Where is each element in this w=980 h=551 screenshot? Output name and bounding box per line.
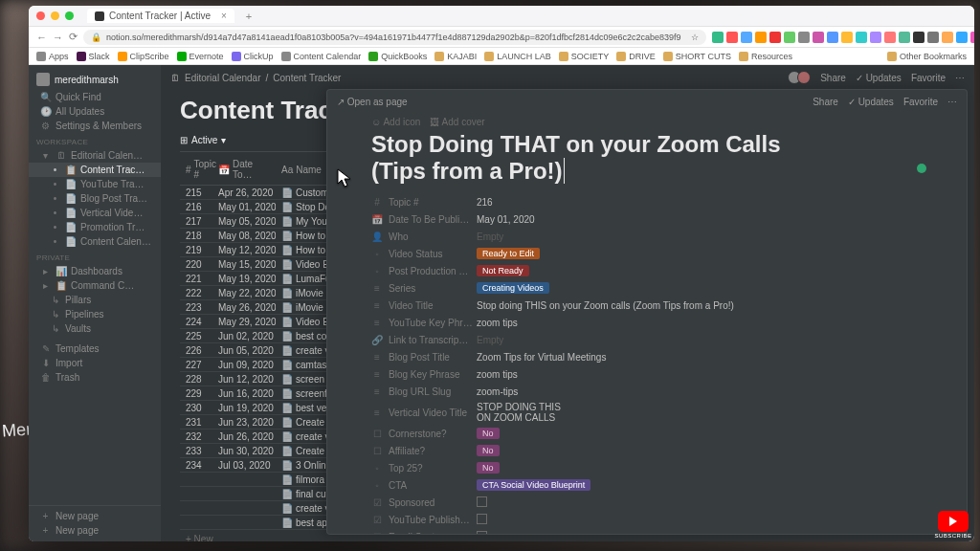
add-icon-button[interactable]: ☺ Add icon — [371, 117, 420, 127]
property-value[interactable]: zoom tips — [477, 369, 923, 380]
share-button[interactable]: Share — [813, 97, 838, 107]
property-value[interactable]: No — [477, 428, 923, 439]
view-tab-active[interactable]: ⊞Active▾ — [180, 135, 226, 145]
traffic-lights[interactable] — [36, 11, 74, 20]
property-row[interactable]: ◦Video StatusReady to Edit — [371, 245, 923, 262]
bookmark-item[interactable]: QuickBooks — [368, 52, 427, 61]
checkbox[interactable] — [477, 514, 487, 524]
youtube-subscribe-overlay[interactable]: SUBSCRIBE — [932, 511, 974, 545]
property-row[interactable]: 👤WhoEmpty — [371, 228, 923, 245]
column-header[interactable]: #Topic # — [180, 157, 212, 182]
property-row[interactable]: ≡Blog URL Slugzoom-tips — [371, 383, 923, 400]
breadcrumb[interactable]: Editorial Calendar — [185, 73, 261, 83]
property-value[interactable]: Empty — [477, 335, 923, 345]
bookmark-item[interactable]: Content Calendar — [281, 52, 362, 61]
sidebar-item-content-tracker[interactable]: •📋Content Trac… — [29, 163, 161, 177]
property-value[interactable]: Not Ready — [477, 265, 923, 276]
checkbox[interactable] — [477, 496, 487, 507]
property-value[interactable] — [477, 514, 923, 526]
updates-button[interactable]: ✓ Updates — [856, 73, 902, 83]
add-cover-button[interactable]: 🖼 Add cover — [430, 117, 484, 127]
property-value[interactable] — [477, 531, 923, 534]
extension-icons[interactable] — [712, 32, 974, 43]
bookmark-folder[interactable]: SOCIETY — [559, 52, 610, 61]
favorite-button[interactable]: Favorite — [911, 73, 946, 83]
workspace-switcher[interactable]: meredithmarsh — [29, 69, 161, 90]
sidebar-item[interactable]: •📄YouTube Tra… — [29, 177, 161, 191]
property-value[interactable]: zoom-tips — [477, 386, 923, 397]
minimize-icon[interactable] — [51, 11, 59, 20]
sidebar-item[interactable]: •📄Vertical Vide… — [29, 206, 161, 220]
property-value[interactable]: 216 — [477, 197, 923, 208]
browser-tab[interactable]: Content Tracker | Active × — [87, 9, 234, 23]
property-row[interactable]: ◦Top 25?No — [371, 459, 923, 476]
property-value[interactable]: zoom tips — [477, 318, 923, 328]
bookmark-item[interactable]: Slack — [77, 52, 110, 61]
bookmark-item[interactable]: Evernote — [177, 52, 224, 61]
property-row[interactable]: ≡SeriesCreating Videos — [371, 279, 923, 297]
sidebar-item[interactable]: ↳Pipelines — [29, 307, 161, 321]
close-tab-icon[interactable]: × — [221, 11, 227, 21]
property-row[interactable]: 📅Date To Be Publi…May 01, 2020 — [371, 210, 923, 228]
presence-avatars[interactable] — [791, 71, 811, 84]
reload-button[interactable]: ⟳ — [69, 31, 78, 44]
bookmark-folder[interactable]: DRIVE — [616, 52, 656, 61]
other-bookmarks[interactable]: Other Bookmarks — [887, 52, 967, 61]
updates-button[interactable]: ✓ Updates — [848, 97, 894, 107]
property-row[interactable]: ◦Post Production …Not Ready — [371, 262, 923, 279]
sidebar-all-updates[interactable]: 🕑All Updates — [29, 104, 161, 119]
forward-button[interactable]: → — [53, 31, 63, 44]
more-icon[interactable]: ⋯ — [947, 97, 957, 107]
maximize-icon[interactable] — [65, 11, 74, 20]
sidebar-templates[interactable]: ✎Templates — [29, 342, 161, 356]
sidebar-quick-find[interactable]: 🔍Quick Find — [29, 90, 161, 104]
property-row[interactable]: ☐Cornerstone?No — [371, 425, 923, 442]
chevron-down-icon[interactable]: ▾ — [40, 150, 51, 161]
property-value[interactable]: No — [477, 462, 923, 474]
bookmark-folder[interactable]: KAJABI — [434, 52, 477, 61]
apps-button[interactable]: Apps — [36, 52, 69, 61]
property-value[interactable]: Creating Videos — [477, 282, 923, 294]
property-value[interactable]: Stop doing THIS on your Zoom calls (Zoom… — [477, 300, 923, 311]
address-bar[interactable]: 🔒 notion.so/meredithmarsh/d914a7d47a8141… — [83, 30, 706, 45]
open-as-page-button[interactable]: ↗ Open as page — [337, 97, 408, 107]
property-row[interactable]: ☑YouTube Publish… — [371, 511, 923, 528]
property-value[interactable]: Empty — [477, 231, 923, 242]
bookmark-folder[interactable]: Resources — [739, 52, 792, 61]
property-row[interactable]: ≡YouTube Key Phr…zoom tips — [371, 314, 923, 331]
star-icon[interactable]: ☆ — [691, 33, 699, 42]
property-row[interactable]: 🔗Link to Transcrip…Empty — [371, 331, 923, 348]
property-value[interactable]: STOP DOING THISON ZOOM CALLS — [477, 402, 923, 423]
property-row[interactable]: ☑Sponsored — [371, 494, 923, 511]
chevron-down-icon[interactable]: ▾ — [221, 135, 226, 145]
bookmark-item[interactable]: ClipScribe — [118, 52, 169, 61]
sidebar-item-dashboards[interactable]: ▸📊Dashboards — [29, 264, 161, 278]
property-value[interactable]: Zoom Tips for Virtual Meetings — [477, 352, 923, 363]
sidebar-item[interactable]: ▸📋Command C… — [29, 278, 161, 293]
property-row[interactable]: ≡Blog Key Phrasezoom tips — [371, 365, 923, 383]
bookmark-folder[interactable]: LAUNCH LAB — [484, 52, 551, 61]
checkbox[interactable] — [477, 531, 487, 534]
property-row[interactable]: ≡Blog Post TitleZoom Tips for Virtual Me… — [371, 348, 923, 365]
property-row[interactable]: ◦CTACTA Social Video Blueprint — [371, 476, 923, 494]
property-row[interactable]: #Topic #216 — [371, 193, 923, 210]
more-icon[interactable]: ⋯ — [955, 73, 965, 83]
breadcrumb[interactable]: Content Tracker — [273, 73, 341, 83]
share-button[interactable]: Share — [820, 73, 846, 83]
close-icon[interactable] — [36, 11, 45, 20]
bookmark-folder[interactable]: SHORT CUTS — [663, 52, 731, 61]
property-value[interactable]: No — [477, 445, 923, 456]
column-header[interactable]: 📅Date To… — [212, 157, 276, 182]
property-value[interactable]: Ready to Edit — [477, 248, 923, 259]
favorite-button[interactable]: Favorite — [903, 97, 938, 107]
sidebar-item[interactable]: ↳Pillars — [29, 293, 161, 307]
new-tab-button[interactable]: + — [246, 11, 252, 22]
property-row[interactable]: ≡Video TitleStop doing THIS on your Zoom… — [371, 297, 923, 314]
sidebar-settings[interactable]: ⚙Settings & Members — [29, 119, 161, 133]
property-row[interactable]: ☑Email Sent — [371, 528, 923, 534]
sidebar-item[interactable]: •📄Blog Post Tra… — [29, 191, 161, 206]
sidebar-new-page[interactable]: +New page — [29, 509, 161, 523]
sidebar-trash[interactable]: 🗑Trash — [29, 370, 161, 385]
comment-indicator-icon[interactable] — [917, 164, 926, 173]
sidebar-item-editorial[interactable]: ▾🗓Editorial Calen… — [29, 148, 161, 163]
